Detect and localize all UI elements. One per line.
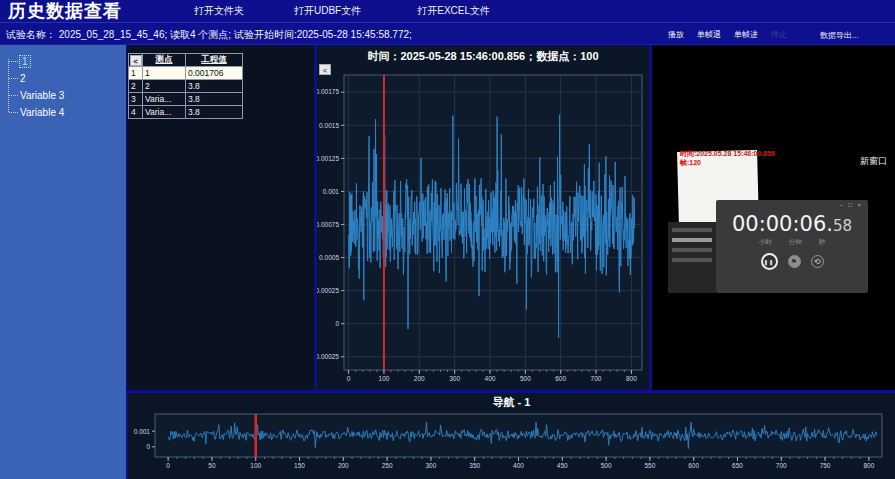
svg-text:500: 500 [601, 462, 612, 469]
main-chart-panel: 时间：2025-05-28 15:46:00.856；数据点：100 < -0.… [317, 45, 649, 390]
svg-text:0.00025: 0.00025 [317, 287, 339, 294]
svg-text:0: 0 [146, 443, 150, 450]
svg-text:500: 500 [520, 375, 531, 382]
experiment-info: 试验名称： 2025_05_28_15_45_46; 读取4 个测点; 试验开始… [6, 28, 412, 42]
table-cell: 3.8 [186, 106, 243, 119]
svg-text:250: 250 [382, 462, 393, 469]
tree-item-variable-4[interactable]: Variable 4 [6, 104, 126, 121]
reset-icon: ⟲ [811, 255, 824, 268]
stopwatch-units: 小时 分钟 秒 [716, 238, 868, 247]
sidebar-line [672, 228, 712, 232]
svg-text:350: 350 [469, 462, 480, 469]
unit-seconds: 秒 [819, 238, 826, 247]
table-cell: 3.8 [186, 93, 243, 106]
tree-item-label: 1 [20, 56, 30, 67]
table-collapse-button[interactable]: < [130, 55, 142, 66]
svg-text:600: 600 [555, 375, 566, 382]
stopwatch-window: – □ × 00:00:06.58 小时 分钟 秒 ❚❚ ⚑ ⟲ [716, 200, 868, 293]
svg-text:700: 700 [776, 462, 787, 469]
menu-open-udbf[interactable]: 打开UDBF文件 [294, 4, 361, 18]
svg-text:0.00175: 0.00175 [317, 88, 339, 95]
svg-text:800: 800 [626, 375, 637, 382]
table-cell: 1 [129, 67, 143, 80]
tree-item-label: 2 [20, 73, 26, 84]
svg-text:650: 650 [732, 462, 743, 469]
variable-sidebar: 12Variable 3Variable 4 [0, 45, 126, 479]
svg-text:450: 450 [557, 462, 568, 469]
table-header-0[interactable]: 测点 [143, 54, 186, 67]
table-cell: 1 [143, 67, 186, 80]
svg-text:-0.00025: -0.00025 [317, 353, 339, 360]
table-header-1[interactable]: 工程值 [186, 54, 243, 67]
svg-text:50: 50 [208, 462, 216, 469]
svg-text:0.0015: 0.0015 [319, 122, 339, 129]
svg-text:0: 0 [347, 375, 351, 382]
tree-item-variable-3[interactable]: Variable 3 [6, 87, 126, 104]
top-menu-bar: 历史数据查看 打开文件夹 打开UDBF文件 打开EXCEL文件 [0, 0, 895, 23]
sidebar-line [672, 258, 712, 262]
overlay-frame: 帧:120 [680, 158, 775, 167]
pause-icon: ❚❚ [761, 253, 778, 270]
step-forward-button[interactable]: 单帧进 [734, 29, 758, 40]
table-row[interactable]: 4Varia...3.8 [129, 106, 243, 119]
svg-text:600: 600 [688, 462, 699, 469]
svg-text:750: 750 [820, 462, 831, 469]
overlay-time: 时间:2025.05.28 15:46:00.856 [680, 149, 775, 158]
sidebar-line [672, 238, 712, 242]
table-cell: 2 [129, 80, 143, 93]
svg-text:200: 200 [414, 375, 425, 382]
navigation-chart-title: 导航 - 1 [128, 395, 895, 410]
svg-text:800: 800 [863, 462, 874, 469]
svg-text:0: 0 [335, 320, 339, 327]
svg-text:0.00125: 0.00125 [317, 155, 339, 162]
info-bar: 试验名称： 2025_05_28_15_45_46; 读取4 个测点; 试验开始… [0, 23, 895, 45]
svg-text:150: 150 [294, 462, 305, 469]
flag-icon: ⚑ [788, 255, 801, 268]
measurement-table-panel: <测点工程值110.001706223.83Varia...3.84Varia.… [127, 45, 314, 390]
sidebar-line [672, 248, 712, 252]
stopwatch-buttons: ❚❚ ⚑ ⟲ [716, 253, 868, 270]
playback-controls: 播放 单帧退 单帧进 停止 [668, 23, 787, 45]
tree-item-2[interactable]: 2 [6, 70, 126, 87]
video-app-sidebar [668, 222, 716, 293]
table-row[interactable]: 110.001706 [129, 67, 243, 80]
navigation-chart-panel: 导航 - 1 00.001050100150200250300350400450… [128, 393, 895, 479]
table-cell: 0.001706 [186, 67, 243, 80]
svg-text:550: 550 [644, 462, 655, 469]
table-row[interactable]: 3Varia...3.8 [129, 93, 243, 106]
stopwatch-time: 00:00:06.58 [716, 213, 868, 237]
table-cell: Varia... [143, 93, 186, 106]
svg-text:300: 300 [449, 375, 460, 382]
tree-item-1[interactable]: 1 [6, 53, 126, 70]
table-cell: Varia... [143, 106, 186, 119]
svg-text:0: 0 [166, 462, 170, 469]
main-chart-svg[interactable]: -0.0002500.000250.00050.000750.0010.0012… [317, 65, 649, 390]
menu-open-excel[interactable]: 打开EXCEL文件 [417, 4, 490, 18]
table-cell: 2 [143, 80, 186, 93]
video-timestamp-overlay: 时间:2025.05.28 15:46:00.856 帧:120 [680, 149, 775, 167]
svg-text:300: 300 [425, 462, 436, 469]
window-controls: – □ × [839, 202, 863, 208]
table-cell: 4 [129, 106, 143, 119]
app-title: 历史数据查看 [0, 0, 122, 23]
stopwatch-time-fraction: 58 [833, 217, 852, 235]
step-back-button[interactable]: 单帧退 [697, 29, 721, 40]
navigation-chart-svg[interactable]: 00.0010501001502002503003504004505005506… [128, 409, 895, 479]
svg-text:0.0005: 0.0005 [319, 254, 339, 261]
stop-button[interactable]: 停止 [771, 29, 787, 40]
svg-text:0.00075: 0.00075 [317, 221, 339, 228]
svg-text:400: 400 [485, 375, 496, 382]
svg-text:700: 700 [591, 375, 602, 382]
stopwatch-time-main: 00:00:06. [732, 212, 833, 236]
new-window-button[interactable]: 新窗口 [860, 155, 887, 168]
data-export-button[interactable]: 数据导出... [820, 30, 859, 41]
svg-text:100: 100 [250, 462, 261, 469]
table-cell: 3.8 [186, 80, 243, 93]
play-button[interactable]: 播放 [668, 29, 684, 40]
menu-open-folder[interactable]: 打开文件夹 [194, 4, 244, 18]
unit-minutes: 分钟 [789, 238, 802, 247]
variable-tree: 12Variable 3Variable 4 [0, 45, 126, 121]
table-row[interactable]: 223.8 [129, 80, 243, 93]
svg-text:0.001: 0.001 [134, 428, 151, 435]
main-chart-title: 时间：2025-05-28 15:46:00.856；数据点：100 [317, 49, 649, 64]
